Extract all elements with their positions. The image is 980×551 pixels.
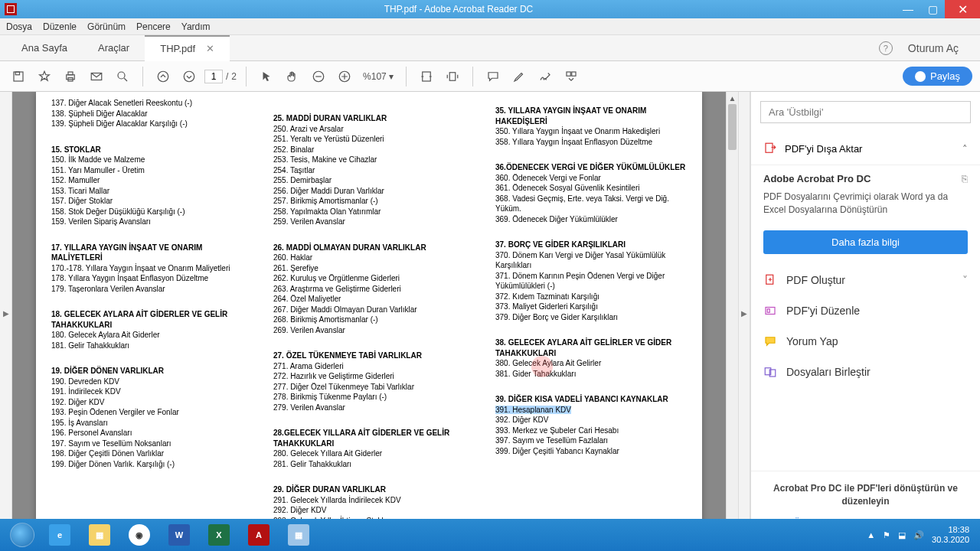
account-line: 190. Devreden KDV <box>51 377 246 387</box>
account-line: 257. Birikmiş Amortismanlar (-) <box>273 196 468 207</box>
more-tools-icon[interactable] <box>560 66 582 87</box>
svg-point-8 <box>184 71 194 82</box>
taskbar-word[interactable]: W <box>161 521 198 549</box>
taskbar-acrobat[interactable]: A <box>240 521 277 549</box>
svg-rect-11 <box>423 72 431 81</box>
window-title: THP.pdf - Adobe Acrobat Reader DC <box>21 4 896 15</box>
account-line: 170.-178. Yıllara Yaygın İnşaat ve Onarı… <box>51 263 246 274</box>
account-line: 178. Yıllara Yaygın İnşaat Enflasyon Düz… <box>51 273 246 284</box>
account-line: 373. Maliyet Giderleri Karşılığı <box>495 302 690 312</box>
tray-volume-icon[interactable]: 🔊 <box>913 530 924 540</box>
help-icon[interactable]: ? <box>879 41 893 55</box>
print-icon[interactable] <box>60 66 81 87</box>
search-icon[interactable] <box>112 66 133 87</box>
tray-network-icon[interactable]: ⬓ <box>898 530 906 540</box>
more-info-button[interactable]: Daha fazla bilgi <box>763 230 968 254</box>
pointer-icon[interactable] <box>256 66 277 87</box>
highlight-icon[interactable] <box>508 66 530 87</box>
signin-link[interactable]: Oturum Aç <box>908 42 959 54</box>
menu-edit[interactable]: Düzenle <box>43 21 77 32</box>
close-button[interactable]: ✕ <box>945 0 980 18</box>
page-input[interactable] <box>204 70 223 83</box>
menu-help[interactable]: Yardım <box>181 21 211 32</box>
fit-width-icon[interactable] <box>416 66 437 87</box>
scroll-up-icon[interactable]: ▲ <box>727 92 738 104</box>
document-area[interactable]: 137. Diğer Alacak Senetleri Reeskontu (-… <box>12 92 726 534</box>
tab-tools[interactable]: Araçlar <box>83 35 145 61</box>
panel-toggle[interactable]: ▶ <box>738 92 750 534</box>
sign-icon[interactable] <box>534 66 556 87</box>
fit-page-icon[interactable] <box>442 66 463 87</box>
vertical-scrollbar[interactable]: ▲ ▼ <box>726 92 738 534</box>
menu-file[interactable]: Dosya <box>6 21 32 32</box>
account-line: 262. Kuruluş ve Örgütlenme Giderleri <box>273 273 468 284</box>
pro-title: Adobe Acrobat Pro DC <box>763 173 871 184</box>
account-line: 291. Gelecek Yıllarda İndirilecek KDV <box>273 495 468 506</box>
tray-flag-icon[interactable]: ⚑ <box>883 530 890 540</box>
account-line: 381. Gider Tahakkukları <box>495 369 690 380</box>
account-line: 153. Ticari Mallar <box>51 186 246 197</box>
account-line: 197. Sayım ve Tesellüm Noksanları <box>51 439 246 449</box>
share-button[interactable]: Paylaş <box>903 67 972 86</box>
left-rail[interactable]: ▶ <box>0 92 12 534</box>
account-line: 252. Binalar <box>273 145 468 155</box>
svg-rect-1 <box>15 72 19 75</box>
save-icon[interactable] <box>8 66 29 87</box>
account-line: 151. Yarı Mamuller - Üretim <box>51 165 246 176</box>
menu-window[interactable]: Pencere <box>136 21 171 32</box>
account-line: 279. Verilen Avanslar <box>273 403 468 413</box>
menu-view[interactable]: Görünüm <box>87 21 126 32</box>
page-up-icon[interactable] <box>152 66 174 87</box>
page-down-icon[interactable] <box>178 66 200 87</box>
account-line: 152. Mamuller <box>51 175 246 186</box>
account-line: 277. Diğer Özel Tükenmeye Tabi Varlıklar <box>273 382 468 393</box>
create-pdf-item[interactable]: PDF Oluştur˅ <box>751 265 980 295</box>
maximize-button[interactable]: ▢ <box>920 0 945 18</box>
section-heading: 39. DİĞER KISA VADELİ YABANCI KAYNAKLAR <box>495 394 690 405</box>
taskbar-excel[interactable]: X <box>201 521 237 549</box>
share-icon <box>915 71 926 82</box>
taskbar-calc[interactable]: ▦ <box>280 521 317 549</box>
tray-up-icon[interactable]: ▲ <box>867 530 875 540</box>
zoom-out-icon[interactable] <box>308 66 329 87</box>
hand-icon[interactable] <box>282 66 303 87</box>
tab-home[interactable]: Ana Sayfa <box>6 35 83 61</box>
minimize-button[interactable]: — <box>896 0 920 18</box>
system-tray[interactable]: ▲ ⚑ ⬓ 🔊 18:3830.3.2020 <box>867 525 975 545</box>
tab-document[interactable]: THP.pdf ✕ <box>145 35 230 61</box>
account-line: 195. İş Avansları <box>51 418 246 429</box>
link-icon[interactable]: ⎘ <box>962 173 968 184</box>
tab-close-icon[interactable]: ✕ <box>206 43 214 54</box>
comment-item[interactable]: Yorum Yap <box>751 326 980 357</box>
taskbar-chrome[interactable]: ◉ <box>121 521 158 549</box>
comment-icon[interactable] <box>482 66 504 87</box>
account-line: 272. Hazırlık ve Geliştirme Giderleri <box>273 371 468 382</box>
chevron-right-icon: ▶ <box>741 309 747 318</box>
export-pdf-section[interactable]: PDF'yi Dışa Aktar ˄ <box>751 132 980 165</box>
combine-item[interactable]: Dosyaları Birleştir <box>751 357 980 387</box>
zoom-level[interactable]: %107 ▾ <box>360 71 397 82</box>
chevron-up-icon: ˄ <box>962 143 968 155</box>
zoom-in-icon[interactable] <box>334 66 355 87</box>
tools-search-input[interactable] <box>760 101 971 123</box>
account-line: 251. Yeraltı ve Yerüstü Düzenleri <box>273 134 468 145</box>
svg-rect-2 <box>67 74 75 79</box>
star-icon[interactable] <box>34 66 55 87</box>
account-line: 181. Gelir Tahakkukları <box>51 341 246 351</box>
mail-icon[interactable] <box>86 66 107 87</box>
edit-pdf-item[interactable]: PDF'yi Düzenle <box>751 295 980 326</box>
tray-clock[interactable]: 18:3830.3.2020 <box>932 525 969 545</box>
account-line: 397. Sayım ve Tesellüm Fazlaları <box>495 435 690 446</box>
account-line: 392. Diğer KDV <box>495 415 690 425</box>
start-button[interactable] <box>6 521 38 549</box>
taskbar-explorer[interactable]: ▦ <box>81 521 118 549</box>
svg-rect-3 <box>68 72 73 75</box>
account-line: 369. Ödenecek Diğer Yükümlülükler <box>495 214 690 225</box>
scroll-thumb[interactable] <box>728 104 737 150</box>
tab-document-label: THP.pdf <box>160 43 195 54</box>
svg-point-7 <box>158 71 168 82</box>
taskbar-ie[interactable]: e <box>41 521 78 549</box>
page-indicator: / 2 <box>204 70 237 83</box>
account-line: 260. Haklar <box>273 253 468 263</box>
pro-title-row: Adobe Acrobat Pro DC ⎘ <box>751 165 980 187</box>
